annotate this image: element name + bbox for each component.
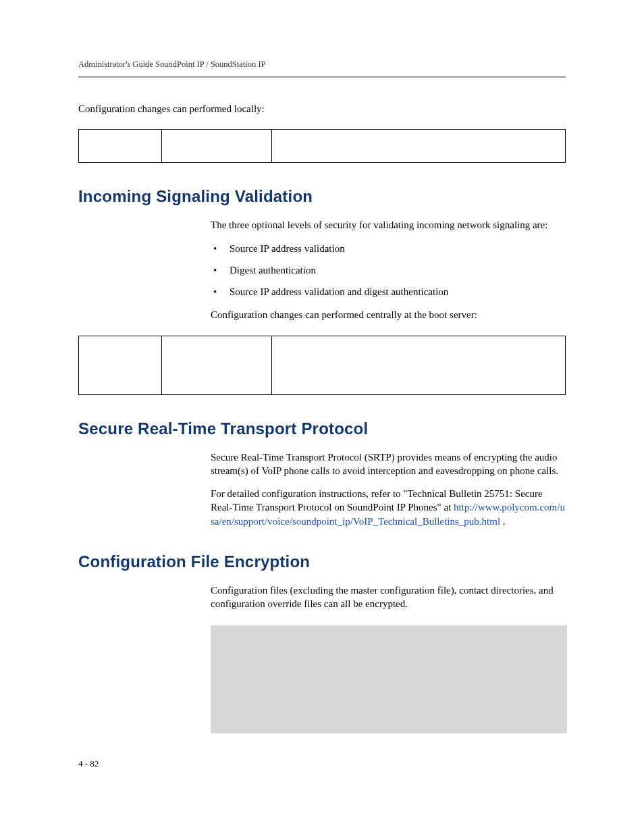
bullet-item: Digest authentication (227, 263, 566, 277)
section2-p2-post: . (500, 516, 506, 527)
table-cell (79, 130, 162, 163)
section3-p1: Configuration files (excluding the maste… (211, 583, 566, 611)
section1-p1: The three optional levels of security fo… (211, 218, 566, 232)
bullet-item: Source IP address validation and digest … (227, 285, 566, 298)
section2-p1: Secure Real-Time Transport Protocol (SRT… (211, 450, 566, 478)
table-cell (272, 130, 566, 163)
header-rule (78, 76, 566, 78)
config-table-central (78, 336, 566, 395)
page-number: 4 - 82 (78, 758, 99, 769)
running-header: Administrator's Guide SoundPoint IP / So… (78, 59, 566, 70)
heading-incoming-signaling: Incoming Signaling Validation (78, 187, 566, 206)
heading-srtp: Secure Real-Time Transport Protocol (78, 419, 566, 438)
section2-p2: For detailed configuration instructions,… (211, 487, 566, 528)
config-table-local (78, 129, 566, 163)
heading-config-encryption: Configuration File Encryption (78, 552, 566, 571)
section1-p2: Configuration changes can performed cent… (211, 308, 566, 321)
note-box (211, 625, 567, 733)
table-cell (162, 130, 272, 163)
table-cell (272, 336, 566, 394)
bullet-item: Source IP address validation (227, 242, 566, 255)
table-cell (162, 336, 272, 394)
section1-bullets: Source IP address validation Digest auth… (211, 242, 566, 299)
table-cell (79, 336, 162, 394)
intro-line: Configuration changes can performed loca… (78, 102, 566, 115)
